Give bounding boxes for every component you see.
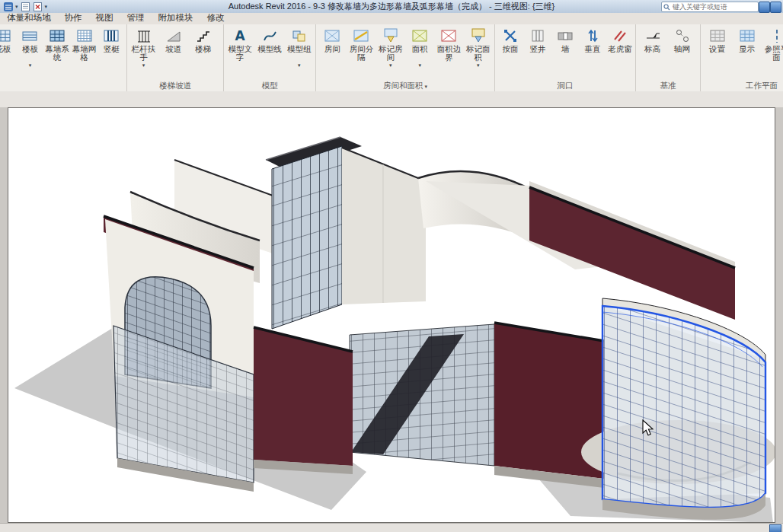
- panel-label-datum[interactable]: 基准: [636, 81, 700, 91]
- dropdown-caret-icon[interactable]: ▾: [376, 62, 405, 68]
- ref-plane-icon: [762, 27, 783, 45]
- panel-label-room-area[interactable]: 房间和面积▾: [316, 81, 494, 91]
- ramp-button[interactable]: 坡道: [158, 26, 188, 62]
- tab-modify[interactable]: 修改: [200, 11, 232, 24]
- panel-datum: 标高 轴网 基准: [636, 24, 701, 91]
- model-group-button[interactable]: 模型组 ▾: [284, 26, 314, 68]
- ceiling-button[interactable]: 花板: [0, 26, 17, 62]
- set-workplane-button[interactable]: 设置: [702, 26, 732, 62]
- stair-button[interactable]: 楼梯: [188, 26, 218, 62]
- model-line-button[interactable]: 模型线: [255, 26, 285, 62]
- document-icon[interactable]: [21, 2, 30, 11]
- panel-model: A 模型文字 模型线 模型组 ▾ 模型: [224, 24, 316, 91]
- ramp-icon: [158, 27, 188, 45]
- tab-collaborate[interactable]: 协作: [58, 11, 89, 24]
- shaft-button[interactable]: 竖井: [524, 26, 551, 62]
- grid-button[interactable]: 轴网: [667, 26, 697, 62]
- show-workplane-icon: [732, 27, 762, 45]
- panel-room-area: 房间 房间分隔 标记房间 ▾: [316, 24, 495, 91]
- app-menu-icon[interactable]: [3, 2, 13, 11]
- panel-label-opening[interactable]: 洞口: [495, 81, 635, 91]
- tower-curtain-wall[interactable]: [272, 146, 342, 329]
- model-viewport[interactable]: [8, 107, 775, 523]
- dormer-button[interactable]: 老虎窗: [606, 26, 634, 62]
- tab-manage[interactable]: 管理: [120, 11, 152, 24]
- tag-area-icon: [464, 27, 493, 45]
- panel-label-circulation[interactable]: 楼梯坡道: [127, 81, 223, 91]
- shaft-icon: [524, 27, 551, 45]
- curtain-grid-icon: [71, 27, 98, 45]
- panel-workplane: 设置 显示 参照平面: [701, 24, 783, 91]
- area-boundary-button[interactable]: 面积边界: [434, 26, 463, 62]
- panel-opening: 按面 竖井 墙 垂直: [495, 24, 636, 91]
- tab-addins[interactable]: 附加模块: [152, 11, 200, 24]
- area-boundary-icon: [434, 27, 463, 45]
- ribbon-tab-row: 体量和场地 协作 视图 管理 附加模块 修改: [0, 13, 783, 25]
- panel-build: 花板 楼板 ▾ 幕墙系统: [0, 24, 127, 91]
- railing-button[interactable]: 栏杆扶手 ▾: [129, 26, 158, 68]
- room-icon: [318, 27, 347, 45]
- ref-plane-button[interactable]: 参照平面: [762, 26, 783, 62]
- tag-room-icon: [376, 27, 405, 45]
- qat-caret-icon[interactable]: ▾: [15, 4, 18, 10]
- wall-opening-button[interactable]: 墙: [551, 26, 579, 62]
- set-workplane-icon: [702, 27, 732, 45]
- panel-label-build[interactable]: [0, 81, 126, 91]
- curtain-system-icon: [43, 27, 71, 45]
- tab-massing-site[interactable]: 体量和场地: [0, 11, 58, 24]
- panel-label-workplane[interactable]: 工作平面: [701, 81, 783, 91]
- mullion-button[interactable]: 竖梃: [97, 26, 125, 62]
- floor-button[interactable]: 楼板 ▾: [17, 26, 44, 68]
- search-box[interactable]: [661, 2, 759, 12]
- status-corner-icon[interactable]: [769, 524, 781, 532]
- dropdown-caret-icon[interactable]: ▾: [284, 62, 314, 68]
- curtain-grid-button[interactable]: 幕墙网格: [71, 26, 98, 62]
- ceiling-icon: [0, 27, 17, 45]
- dropdown-caret-icon[interactable]: ▾: [464, 62, 493, 68]
- help-icon[interactable]: [770, 2, 781, 13]
- dropdown-caret-icon[interactable]: ▾: [129, 62, 158, 68]
- close-doc-icon[interactable]: [33, 2, 43, 11]
- ribbon: 花板 楼板 ▾ 幕墙系统: [0, 24, 783, 92]
- search-icon: [662, 0, 671, 14]
- svg-text:A: A: [235, 28, 246, 43]
- by-face-icon: [497, 27, 524, 45]
- grid-datum-icon: [667, 27, 697, 45]
- dropdown-caret-icon[interactable]: ▾: [405, 62, 434, 68]
- tab-view[interactable]: 视图: [89, 11, 120, 24]
- status-bar: [0, 523, 783, 532]
- level-button[interactable]: 标高: [638, 26, 667, 62]
- floor-icon: [17, 27, 44, 45]
- vertical-opening-button[interactable]: 垂直: [579, 26, 606, 62]
- room-separator-icon: [347, 27, 376, 45]
- vertical-opening-icon: [579, 27, 606, 45]
- panel-label-model[interactable]: 模型: [224, 81, 315, 91]
- qat-caret2-icon[interactable]: ▾: [45, 4, 48, 10]
- quick-access-toolbar: ▾ ▾: [0, 2, 47, 11]
- search-input[interactable]: [671, 3, 763, 11]
- tower-side-wall[interactable]: [342, 148, 426, 304]
- mullion-icon: [97, 27, 125, 45]
- panel-caret-icon: ▾: [424, 84, 427, 89]
- area-icon: [405, 27, 434, 45]
- exchange-apps-icon[interactable]: [759, 2, 770, 13]
- stair-icon: [188, 27, 218, 45]
- model-text-icon: A: [225, 27, 255, 45]
- curtain-system-button[interactable]: 幕墙系统: [43, 26, 71, 62]
- dormer-icon: [606, 27, 634, 45]
- options-bar: [0, 91, 783, 108]
- model-text-button[interactable]: A 模型文字: [225, 26, 255, 62]
- area-button[interactable]: 面积 ▾: [405, 26, 434, 68]
- level-icon: [638, 27, 667, 45]
- railing-icon: [129, 27, 158, 45]
- room-button[interactable]: 房间: [318, 26, 347, 62]
- by-face-button[interactable]: 按面: [497, 26, 524, 62]
- room-separator-button[interactable]: 房间分隔: [347, 26, 376, 62]
- tag-area-button[interactable]: 标记面积 ▾: [464, 26, 493, 68]
- canvas-frame: [0, 107, 783, 523]
- dropdown-caret-icon[interactable]: ▾: [17, 62, 44, 68]
- model-line-icon: [255, 27, 285, 45]
- model-group-icon: [284, 27, 314, 45]
- show-workplane-button[interactable]: 显示: [732, 26, 762, 62]
- tag-room-button[interactable]: 标记房间 ▾: [376, 26, 405, 68]
